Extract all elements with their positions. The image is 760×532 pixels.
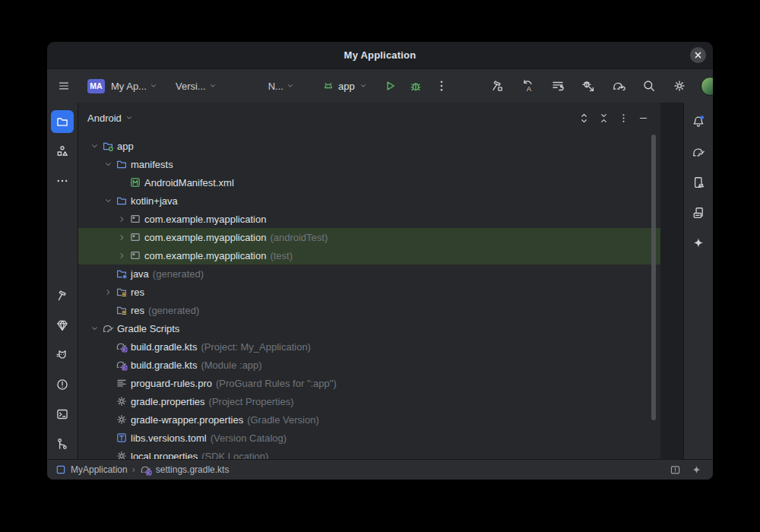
tree-item[interactable]: res(generated): [78, 301, 660, 319]
chevron-right-icon[interactable]: [115, 251, 128, 261]
chevron-down-icon[interactable]: [101, 160, 115, 169]
project-tree: appmanifestsAndroidManifest.xmlkotlin+ja…: [78, 133, 660, 459]
kebab-icon: [618, 112, 629, 124]
tree-item[interactable]: libs.versions.toml(Version Catalog): [78, 429, 660, 447]
hammer-icon: [55, 289, 69, 302]
problems-widget[interactable]: [670, 464, 681, 476]
logcat-tool-window[interactable]: [51, 344, 74, 366]
gemini-tool-window[interactable]: [687, 232, 710, 255]
tree-item-annotation: (test): [270, 250, 293, 261]
tree-scrollbar[interactable]: [651, 135, 656, 420]
project-view-selector[interactable]: Android: [87, 112, 134, 124]
build-button[interactable]: [488, 77, 506, 95]
tree-item[interactable]: gradle.properties(Project Properties): [78, 392, 660, 410]
tree-item-label: build.gradle.kts: [131, 359, 197, 371]
options-menu-button[interactable]: [615, 109, 632, 126]
tree-item[interactable]: gradle-wrapper.properties(Gradle Version…: [78, 410, 660, 429]
notifications-tool-window[interactable]: [687, 110, 710, 133]
apply-code-changes-button[interactable]: [549, 77, 567, 95]
build-tool-window[interactable]: [51, 284, 74, 307]
device-manager-tool-window[interactable]: [687, 201, 710, 224]
run-configuration-selector[interactable]: app: [320, 76, 370, 96]
tree-item[interactable]: build.gradle.kts(Project: My_Application…: [78, 337, 660, 356]
app-window: My Application MA My Ap... Versi... N...…: [47, 42, 713, 480]
project-selector[interactable]: My Ap...: [107, 76, 162, 96]
tree-item[interactable]: java(generated): [78, 264, 660, 283]
attach-debugger-button[interactable]: [579, 77, 597, 95]
tree-item[interactable]: res: [78, 283, 660, 301]
run-button[interactable]: [381, 77, 399, 95]
tree-item[interactable]: app: [78, 137, 660, 155]
terminal-tool-window[interactable]: [51, 403, 74, 426]
main-area: Android appmanifestsAndroidManifest.xmlk…: [47, 103, 713, 459]
breadcrumb-separator: ›: [132, 464, 135, 475]
elephant-kts-icon: [115, 340, 128, 353]
chevron-down-icon: [125, 113, 134, 122]
tree-item[interactable]: build.gradle.kts(Module :app): [78, 356, 660, 374]
project-selector-label: My Ap...: [111, 81, 147, 92]
app-quality-insights-tool-window[interactable]: [51, 314, 74, 337]
hamburger-icon: [58, 80, 70, 92]
expand-all-button[interactable]: [575, 109, 592, 126]
device-manager-icon: [692, 206, 705, 220]
cat-icon: [55, 348, 69, 362]
tree-item[interactable]: com.example.myapplication: [78, 210, 660, 228]
module-icon: [55, 464, 67, 476]
ai-assistant-widget[interactable]: [691, 464, 702, 476]
chevron-right-icon[interactable]: [101, 287, 115, 297]
lines-icon: [115, 377, 128, 389]
elephant-icon: [692, 145, 705, 159]
version-control-tool-window[interactable]: [51, 432, 74, 455]
chevron-down-icon[interactable]: [101, 196, 115, 206]
tree-item[interactable]: com.example.myapplication(androidTest): [78, 228, 660, 246]
resource-manager-tool-window[interactable]: [51, 140, 74, 163]
tree-item-annotation: (ProGuard Rules for ":app"): [216, 378, 337, 389]
running-devices-tool-window[interactable]: [687, 171, 710, 194]
chevron-down-icon[interactable]: [87, 141, 101, 151]
tree-item[interactable]: proguard-rules.pro(ProGuard Rules for ":…: [78, 374, 660, 392]
main-toolbar: MA My Ap... Versi... N... app A: [47, 68, 713, 103]
breadcrumb-module[interactable]: MyApplication: [55, 464, 128, 476]
tree-item-label: manifests: [131, 159, 173, 170]
breadcrumb-module-label: MyApplication: [71, 464, 128, 475]
kebab-icon: [435, 79, 448, 93]
manifest-icon: [128, 176, 142, 188]
user-avatar[interactable]: [701, 77, 713, 96]
bug-icon: [409, 79, 423, 93]
project-tool-window[interactable]: [51, 110, 74, 133]
more-run-options-button[interactable]: [432, 77, 451, 95]
collapse-all-button[interactable]: [595, 109, 612, 126]
sync-gradle-button[interactable]: [610, 77, 628, 95]
gem-icon: [55, 318, 69, 332]
hide-panel-button[interactable]: [635, 109, 651, 126]
settings-button[interactable]: [670, 77, 689, 95]
gradle-tool-window[interactable]: [687, 141, 710, 163]
close-button[interactable]: [690, 47, 706, 63]
left-tool-window-strip: [47, 103, 78, 459]
window-title: My Application: [344, 49, 416, 61]
apply-changes-button[interactable]: A: [518, 77, 537, 95]
breadcrumb-file[interactable]: settings.gradle.kts: [140, 464, 230, 476]
device-selector[interactable]: N...: [264, 76, 299, 96]
chevron-down-icon: [208, 81, 217, 90]
terminal-icon: [55, 407, 69, 421]
tree-item[interactable]: com.example.myapplication(test): [78, 246, 660, 264]
tree-item[interactable]: local.properties(SDK Location): [78, 447, 660, 459]
chevron-right-icon[interactable]: [115, 214, 128, 224]
more-tool-windows[interactable]: [51, 169, 74, 192]
chevron-right-icon[interactable]: [115, 233, 128, 242]
chevron-down-icon[interactable]: [87, 324, 101, 334]
tree-item[interactable]: Gradle Scripts: [78, 319, 660, 337]
problems-tool-window[interactable]: [51, 373, 74, 396]
tree-item[interactable]: manifests: [78, 155, 660, 173]
tree-item[interactable]: kotlin+java: [78, 192, 660, 210]
debug-button[interactable]: [407, 77, 425, 95]
apply-code-icon: [551, 79, 565, 93]
elephant-kts-icon: [115, 359, 128, 371]
tree-item[interactable]: AndroidManifest.xml: [78, 173, 660, 192]
close-icon: [694, 51, 702, 59]
vcs-branch-selector[interactable]: Versi...: [172, 76, 221, 96]
main-menu-button[interactable]: [55, 77, 73, 95]
expand-all-icon: [578, 112, 590, 124]
search-everywhere-button[interactable]: [640, 77, 658, 95]
